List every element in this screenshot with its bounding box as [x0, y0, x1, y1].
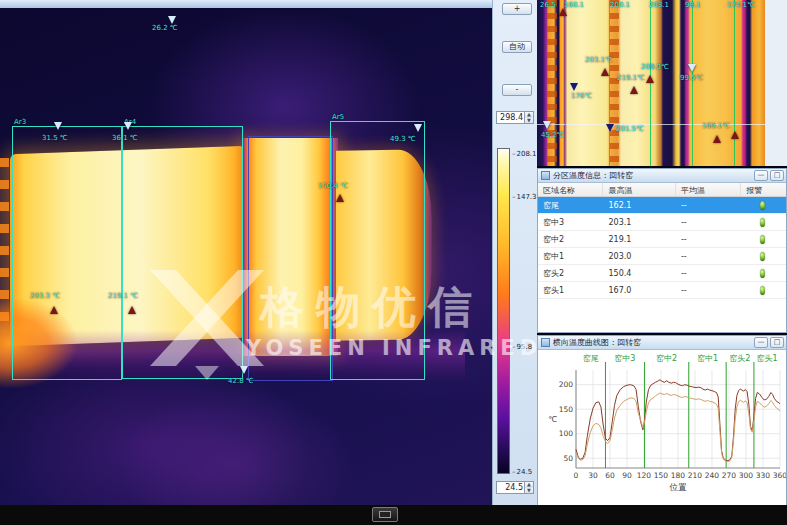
secondary-thermal-view[interactable]: 26.5160.1200.1203.198.1174.1℃203.1℃209.0…: [537, 0, 765, 166]
scale-minus-button[interactable]: -: [502, 84, 532, 96]
max-temp-marker-icon: [731, 131, 739, 139]
zone-avg-temp: --: [676, 286, 741, 295]
table-row[interactable]: 窑中2219.1--: [538, 231, 786, 248]
scale-auto-button[interactable]: 自动: [502, 41, 532, 53]
chevron-down-icon[interactable]: ▼: [525, 118, 533, 124]
alarm-status-led: [760, 269, 765, 278]
min-temp-marker-icon: [543, 121, 551, 129]
chevron-down-icon[interactable]: ▼: [525, 488, 533, 494]
thermal-edge-hotspots: [0, 158, 9, 333]
panel-restore-button[interactable]: □: [770, 170, 784, 181]
zone-table-panel: 分区温度信息：回转窑 — □ 区域名称 最高温 平均温 报警 窑尾162.1--…: [537, 168, 787, 333]
measure-line[interactable]: [609, 0, 610, 166]
svg-text:150: 150: [559, 405, 574, 414]
svg-text:30: 30: [588, 471, 598, 480]
scan-line: [537, 124, 765, 125]
min-temp-marker-icon: [54, 122, 62, 130]
zone-max-temp: 162.1: [603, 201, 675, 210]
zone-table-titlebar[interactable]: 分区温度信息：回转窑 — □: [538, 169, 786, 183]
colorbar-tick: 208.1: [512, 150, 537, 158]
table-row[interactable]: 窑中1203.0--: [538, 248, 786, 265]
scale-min-spinbox[interactable]: 24.5 ▲ ▼: [496, 481, 534, 494]
zone-max-temp: 167.0: [603, 286, 675, 295]
chart-panel-title: 横向温度曲线图：回转窑: [553, 337, 752, 348]
measure-line[interactable]: [565, 0, 566, 166]
measure-line[interactable]: [734, 0, 735, 166]
min-temp-marker-icon: [570, 83, 578, 91]
temp-label: 31.5 ℃: [42, 134, 68, 142]
table-row[interactable]: 窑头2150.4--: [538, 265, 786, 282]
panel-minimize-button[interactable]: —: [754, 337, 768, 348]
svg-text:200: 200: [559, 380, 574, 389]
spinbox-arrows[interactable]: ▲ ▼: [524, 482, 533, 493]
svg-text:窑中1: 窑中1: [697, 354, 718, 363]
temperature-colorbar[interactable]: [497, 148, 510, 474]
temp-label: 200.1: [610, 1, 630, 9]
alarm-cell: [741, 235, 786, 244]
svg-text:窑中2: 窑中2: [656, 354, 677, 363]
min-temp-marker-icon: [168, 16, 176, 24]
temp-label: 45.2℃: [541, 131, 564, 139]
spinbox-arrows[interactable]: ▲ ▼: [524, 112, 533, 123]
zone-max-temp: 203.0: [603, 252, 675, 261]
alarm-cell: [741, 252, 786, 261]
temp-label: 98.1: [685, 1, 701, 9]
column-header-max[interactable]: 最高温: [603, 183, 675, 196]
max-temp-marker-icon: [601, 68, 609, 76]
zone-name: 窑头1: [538, 285, 603, 296]
temp-label: 169.1℃: [702, 122, 730, 130]
temp-label: 219.1 ℃: [108, 292, 138, 300]
zone-max-temp: 219.1: [603, 235, 675, 244]
measure-line[interactable]: [692, 0, 693, 166]
column-header-avg[interactable]: 平均温: [676, 183, 741, 196]
temp-label: 176℃: [571, 92, 592, 100]
region-label: Ar3: [14, 118, 26, 126]
thermal-dot-column: [609, 0, 619, 166]
measure-region-box[interactable]: [248, 136, 333, 381]
thermal-dot-column: [547, 0, 557, 166]
table-row[interactable]: 窑中3203.1--: [538, 214, 786, 231]
temp-label: 36.1 ℃: [112, 134, 138, 142]
zone-avg-temp: --: [676, 269, 741, 278]
column-header-name[interactable]: 区域名称: [538, 183, 603, 196]
alarm-status-led: [760, 218, 765, 227]
zone-avg-temp: --: [676, 235, 741, 244]
temp-label: 49.3 ℃: [390, 135, 416, 143]
svg-text:210: 210: [688, 471, 703, 480]
measure-line[interactable]: [650, 0, 651, 166]
max-temp-marker-icon: [336, 194, 344, 202]
measure-region-Ar3[interactable]: Ar3: [12, 126, 122, 380]
scale-plus-button[interactable]: +: [502, 3, 532, 15]
window-titlebar-strip: [0, 0, 537, 8]
table-row[interactable]: 窑头1167.0--: [538, 282, 786, 299]
bottom-taskbar: [0, 505, 787, 525]
svg-text:60: 60: [605, 471, 615, 480]
min-temp-marker-icon: [124, 122, 132, 130]
svg-text:240: 240: [705, 471, 720, 480]
column-header-alarm[interactable]: 报警: [741, 183, 786, 196]
taskbar-window-icon[interactable]: [372, 507, 398, 522]
chart-panel-titlebar[interactable]: 横向温度曲线图：回转窑 — □: [538, 336, 786, 350]
scale-max-spinbox[interactable]: 298.4 ▲ ▼: [496, 111, 534, 124]
svg-text:100: 100: [559, 429, 574, 438]
zone-max-temp: 150.4: [603, 269, 675, 278]
max-temp-marker-icon: [128, 306, 136, 314]
table-row[interactable]: 窑尾162.1--: [538, 197, 786, 214]
svg-text:窑头1: 窑头1: [756, 354, 777, 363]
zone-name: 窑头2: [538, 268, 603, 279]
min-temp-marker-icon: [688, 64, 696, 72]
panel-restore-button[interactable]: □: [770, 337, 784, 348]
svg-text:270: 270: [722, 471, 737, 480]
colorbar-tick: 95.8: [512, 343, 532, 351]
measure-region-Ar5[interactable]: Ar5: [330, 121, 425, 380]
panel-minimize-button[interactable]: —: [754, 170, 768, 181]
svg-text:位置: 位置: [670, 482, 688, 492]
panel-background: [765, 0, 787, 166]
chart-icon: [541, 338, 550, 347]
colorbar-tick: 147.3: [512, 193, 537, 201]
measure-region-Ar4[interactable]: Ar4: [122, 126, 243, 379]
temperature-curve-chart: 0306090120150180210240270300330360501001…: [538, 350, 786, 500]
main-thermal-view[interactable]: Ar3Ar4Ar526.2 ℃31.5 ℃36.1 ℃49.3 ℃42.8 ℃2…: [0, 8, 492, 505]
zone-avg-temp: --: [676, 252, 741, 261]
max-temp-marker-icon: [559, 8, 567, 16]
